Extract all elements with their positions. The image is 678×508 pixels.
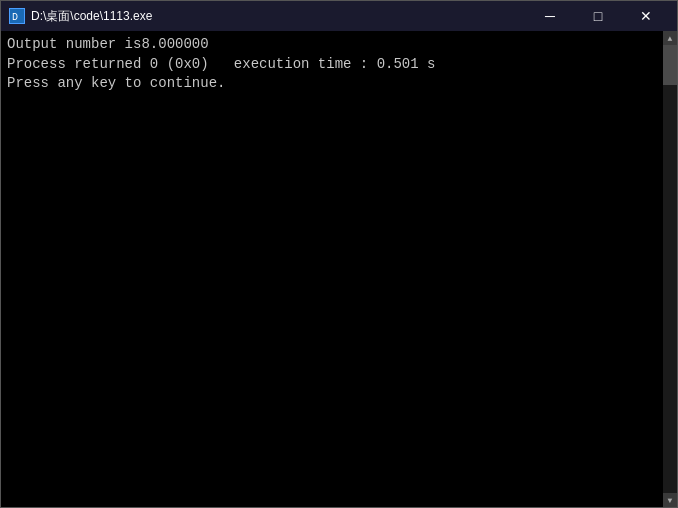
window: D D:\桌面\code\1113.exe ─ □ ✕ Output numbe… xyxy=(0,0,678,508)
scrollbar[interactable]: ▲ ▼ xyxy=(663,31,677,507)
window-title: D:\桌面\code\1113.exe xyxy=(31,8,152,25)
scrollbar-track xyxy=(663,45,677,493)
svg-text:D: D xyxy=(12,12,18,23)
console-output: Output number is8.000000 Process returne… xyxy=(1,31,677,507)
maximize-button[interactable]: □ xyxy=(575,1,621,31)
window-controls: ─ □ ✕ xyxy=(527,1,669,31)
scroll-up-button[interactable]: ▲ xyxy=(663,31,677,45)
minimize-button[interactable]: ─ xyxy=(527,1,573,31)
scroll-down-button[interactable]: ▼ xyxy=(663,493,677,507)
title-bar-left: D D:\桌面\code\1113.exe xyxy=(9,8,152,25)
app-icon: D xyxy=(9,8,25,24)
title-bar: D D:\桌面\code\1113.exe ─ □ ✕ xyxy=(1,1,677,31)
console-line-1: Output number is8.000000 xyxy=(7,35,671,55)
close-button[interactable]: ✕ xyxy=(623,1,669,31)
console-line-4: Press any key to continue. xyxy=(7,74,671,94)
console-line-3: Process returned 0 (0x0) execution time … xyxy=(7,55,671,75)
scrollbar-thumb[interactable] xyxy=(663,45,677,85)
